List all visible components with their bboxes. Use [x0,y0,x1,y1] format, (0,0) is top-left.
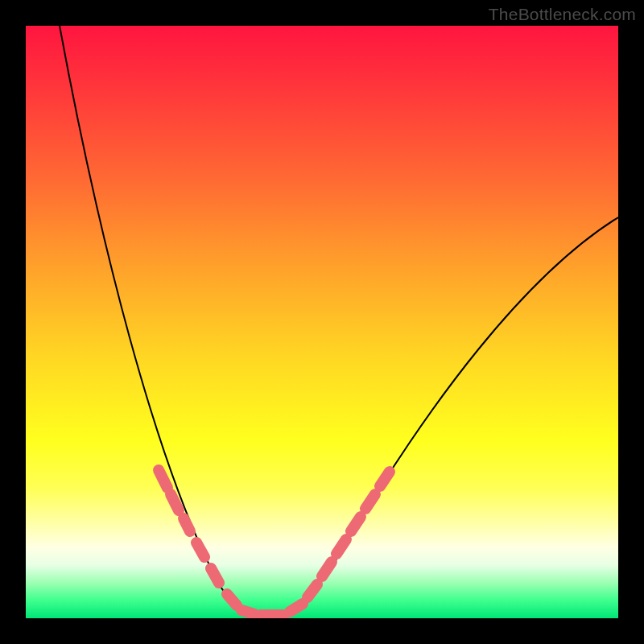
marker-seg [290,604,303,612]
marker-seg [171,494,179,510]
marker-seg [211,568,219,583]
marker-band-right [308,472,390,597]
marker-seg [159,470,167,488]
marker-seg [380,472,390,486]
plot-area [26,26,618,618]
curve-layer [26,26,618,618]
bottleneck-curve [60,26,618,615]
chart-frame: TheBottleneck.com [0,0,644,644]
marker-seg [242,610,254,614]
marker-band-left [159,470,237,605]
marker-seg [336,539,346,554]
marker-seg [184,518,190,531]
marker-seg [365,494,375,509]
marker-band-bottom [242,604,303,615]
marker-seg [322,562,332,576]
marker-seg [351,517,361,531]
marker-seg [308,584,317,597]
marker-seg [196,543,204,557]
watermark-text: TheBottleneck.com [489,5,636,24]
marker-seg [227,594,237,605]
